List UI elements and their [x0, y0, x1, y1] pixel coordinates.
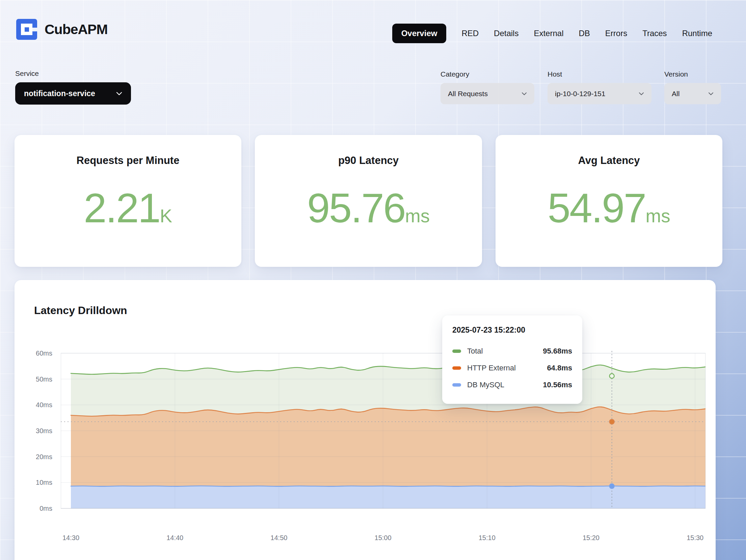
logo-notch: [32, 28, 37, 31]
tooltip-row-db-mysql: DB MySQL 10.56ms: [452, 376, 572, 393]
logo-core-square: [25, 27, 29, 32]
tooltip-row-http-external: HTTP External 64.8ms: [452, 360, 572, 376]
metric-unit: ms: [645, 205, 670, 226]
y-axis-label: 50ms: [15, 374, 52, 384]
tab-red[interactable]: RED: [461, 29, 479, 38]
tab-errors[interactable]: Errors: [605, 29, 627, 38]
metric-card-avg-latency: Avg Latency 54.97ms: [496, 135, 722, 267]
latency-drilldown-card: Latency Drilldown 0ms10ms20ms30ms40ms50m…: [15, 280, 716, 560]
tooltip-value: 95.68ms: [543, 347, 572, 356]
x-axis-label: 14:50: [270, 534, 287, 542]
latency-chart[interactable]: [61, 348, 705, 509]
chart-title: Latency Drilldown: [34, 304, 127, 317]
category-filter: Category All Requests: [441, 70, 534, 104]
metric-title: Requests per Minute: [15, 155, 241, 167]
service-value: notification-service: [24, 89, 95, 98]
metric-value: 54.97ms: [496, 188, 722, 229]
tab-runtime[interactable]: Runtime: [682, 29, 712, 38]
chart-tooltip: 2025-07-23 15:22:00 Total 95.68ms HTTP E…: [442, 315, 582, 404]
metric-title: p90 Latency: [255, 155, 482, 167]
metric-unit: K: [160, 205, 172, 226]
version-select[interactable]: All: [664, 83, 721, 104]
dashboard-page: CubeAPM OverviewREDDetailsExternalDBErro…: [0, 0, 746, 560]
host-value: ip-10-0-129-151: [555, 90, 605, 98]
chevron-down-icon: [708, 92, 714, 95]
brand: CubeAPM: [16, 19, 108, 40]
metric-number: 2.21: [84, 185, 160, 231]
tooltip-value: 64.8ms: [547, 364, 572, 372]
x-axis-label: 15:00: [375, 534, 392, 542]
chevron-down-icon: [639, 92, 644, 95]
x-axis-label: 14:30: [62, 534, 79, 542]
nav-tabs: OverviewREDDetailsExternalDBErrorsTraces…: [392, 24, 712, 43]
service-label: Service: [15, 69, 131, 78]
tooltip-row-total: Total 95.68ms: [452, 343, 572, 360]
y-axis-label: 10ms: [15, 478, 52, 487]
chevron-down-icon: [522, 92, 527, 95]
x-axis-label: 15:30: [687, 534, 703, 542]
tab-overview[interactable]: Overview: [392, 24, 447, 43]
host-filter: Host ip-10-0-129-151: [548, 70, 651, 104]
version-label: Version: [664, 70, 721, 78]
tooltip-value: 10.56ms: [543, 381, 572, 389]
x-axis-label: 14:40: [166, 534, 183, 542]
chevron-down-icon: [116, 92, 122, 95]
version-filter: Version All: [664, 70, 721, 104]
x-axis-label: 15:10: [479, 534, 496, 542]
host-select[interactable]: ip-10-0-129-151: [548, 83, 651, 104]
brand-name: CubeAPM: [45, 22, 108, 37]
service-filter: Service notification-service: [15, 69, 131, 105]
series-swatch-db-mysql: [452, 383, 461, 387]
tooltip-label: Total: [467, 347, 483, 356]
host-label: Host: [548, 70, 651, 78]
category-select[interactable]: All Requests: [441, 83, 534, 104]
tooltip-label: DB MySQL: [467, 381, 504, 389]
tab-external[interactable]: External: [534, 29, 563, 38]
y-axis-label: 20ms: [15, 452, 52, 461]
tooltip-label: HTTP External: [467, 364, 516, 372]
y-axis-label: 40ms: [15, 400, 52, 410]
x-axis-label: 15:20: [583, 534, 600, 542]
series-swatch-total: [452, 349, 461, 353]
tooltip-timestamp: 2025-07-23 15:22:00: [452, 326, 572, 335]
y-axis-label: 0ms: [15, 504, 52, 513]
tab-traces[interactable]: Traces: [642, 29, 667, 38]
series-swatch-http-external: [452, 366, 461, 370]
metric-title: Avg Latency: [496, 155, 722, 167]
category-label: Category: [441, 70, 534, 78]
y-axis-label: 30ms: [15, 426, 52, 436]
y-axis-label: 60ms: [15, 348, 52, 358]
metric-number: 95.76: [307, 185, 405, 231]
metric-card-p90-latency: p90 Latency 95.76ms: [255, 135, 482, 267]
service-select[interactable]: notification-service: [15, 82, 131, 105]
category-value: All Requests: [448, 90, 488, 98]
metric-unit: ms: [405, 205, 430, 226]
tab-details[interactable]: Details: [494, 29, 518, 38]
metric-card-requests-per-minute: Requests per Minute 2.21K: [15, 135, 241, 267]
version-value: All: [672, 90, 680, 98]
metric-value: 2.21K: [15, 188, 241, 229]
metric-number: 54.97: [548, 185, 645, 231]
cubeapm-logo-icon: [16, 19, 37, 40]
metric-value: 95.76ms: [255, 188, 482, 229]
tab-db[interactable]: DB: [579, 29, 590, 38]
